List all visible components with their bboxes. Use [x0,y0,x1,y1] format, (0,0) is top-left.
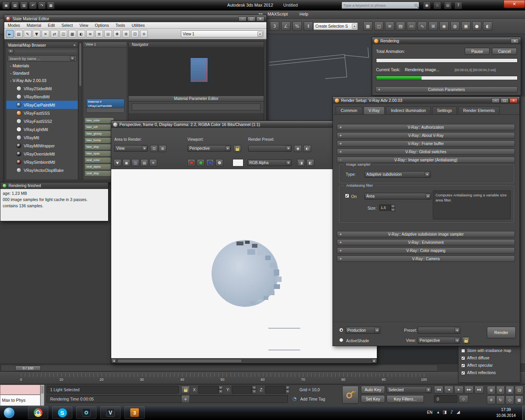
checkbox-row[interactable]: ✓Affect specular [458,362,520,369]
red-channel-button[interactable] [187,159,195,166]
close-application-button[interactable]: ✕ [504,0,525,8]
go-to-end-button[interactable]: ▶▮ [474,386,484,394]
selection-lock-icon[interactable] [181,386,190,394]
layer-manager-icon[interactable]: ▤ [396,21,405,31]
redo-icon[interactable]: ↷ [38,2,46,9]
application-titlebar[interactable]: ▣▤▥↶↷▦ Autodesk 3ds Max 2012Untitled ◉☆◎… [0,0,525,10]
edit-named-selection-sets-icon[interactable]: ▦ [363,21,373,31]
start-button[interactable] [4,407,15,418]
scroll-left-icon[interactable]: ◀ [111,359,116,363]
named-selection-set-field[interactable]: Create Selection S▾ [313,23,358,30]
view-tab[interactable]: View 1 [83,42,127,47]
search-icon[interactable] [415,4,417,7]
browser-close-icon[interactable]: ✕ [73,44,76,47]
rendering-titlebar[interactable]: Rendering ✕ [372,37,521,44]
material-parameter-editor-header[interactable]: Material Parameter Editor [129,96,264,102]
absolute-mode-icon[interactable]: ✛ [181,395,190,403]
menu-item-maxscript[interactable]: MAXScript [268,12,288,16]
material-item[interactable]: VRayOverrideMtl [6,150,78,158]
view-dropdown[interactable]: Perspective▾ [418,337,460,344]
green-channel-button[interactable] [197,159,205,166]
render-production-icon[interactable]: ● [472,21,481,31]
pan-icon[interactable]: ✛ [487,396,495,404]
map-node[interactable]: fake_opac [84,150,114,157]
material-item[interactable]: VRayVectorDisplBake [6,166,78,174]
put-to-library-icon[interactable]: ▼ [33,30,40,38]
new-scene-icon[interactable]: ▣ [2,2,10,9]
time-slider-track[interactable]: 0 / 100 [1,365,438,371]
print-image-icon[interactable]: ▤ [140,159,148,166]
infocenter-search[interactable] [341,2,419,9]
taskbar-max-button[interactable]: 3 [124,406,145,419]
horizontal-scrollbar[interactable]: ◀ ▶ [111,358,377,363]
zoom-extents-icon[interactable]: ▣ [506,386,514,395]
checkbox-row[interactable]: Store with irradiance map [458,347,520,354]
key-selection-dropdown[interactable]: Selected▾ [387,386,432,393]
maxscript-mini-listener[interactable] [0,385,40,395]
production-target-dropdown[interactable]: Production▾ [345,327,380,334]
pick-material-icon[interactable]: ✎ [24,30,32,38]
taskbar-media-button[interactable] [76,406,96,419]
material-item[interactable]: VRayFastSSS2 [6,117,78,125]
search-input[interactable] [343,3,413,7]
area-to-render-dropdown[interactable]: View▾ [114,145,148,152]
save-image-icon[interactable]: ▼ [114,159,121,166]
language-indicator[interactable]: EN [427,410,432,415]
taskbar-clock[interactable]: 17:39 10.06.2014 [491,407,521,418]
map-node[interactable]: fake_bump [84,137,114,144]
maximize-viewport-icon[interactable]: ▦ [515,396,523,404]
rollout-header[interactable]: +V-Ray:: Color mapping [337,247,515,254]
material-item[interactable]: VRayLightMtl [6,125,78,133]
tray-volume-icon[interactable]: ♪ [450,410,453,415]
preset-dropdown[interactable]: ▾ [418,327,460,334]
maxscript-listener-line[interactable]: Max to Phys [0,395,40,406]
slate-menu-tools[interactable]: Tools [116,23,125,28]
save-file-icon[interactable]: ▥ [20,2,28,9]
set-key-button[interactable]: Set Key [361,395,385,403]
rollout-header[interactable]: +V-Ray:: Adaptive subdivision image samp… [337,231,515,237]
checkbox[interactable]: ✓ [461,371,465,375]
slate-menu-options[interactable]: Options [95,23,109,28]
environment-shortcut-icon[interactable]: ◐ [303,145,311,152]
material-editor-icon[interactable]: ◉ [439,21,449,31]
show-param-editor-icon[interactable]: ▦ [68,30,76,38]
set-key-toggle-button[interactable] [342,386,359,404]
slate-menu-edit[interactable]: Edit [48,23,55,28]
rollout-header[interactable]: +V-Ray:: Frame buffer [337,140,515,147]
layout-children-icon[interactable]: ≣ [95,30,103,38]
navigator-header[interactable]: Navigator [129,42,264,48]
mirror-icon[interactable]: ◫ [374,21,383,31]
move-children-icon[interactable]: ⇄ [51,30,58,38]
material-item[interactable]: VRaySimbiontMtl [6,158,78,166]
dual-view-icon[interactable]: ◨ [297,159,305,166]
open-file-icon[interactable]: ▤ [11,2,19,9]
render-setup-shortcut-icon[interactable]: ◉ [294,145,302,152]
close-button[interactable]: ✕ [511,38,519,44]
checkbox-row[interactable]: ✓Affect diffuse [458,354,520,362]
angle-snap-icon[interactable]: ∠ [281,21,290,31]
map-node[interactable]: fake_disp [84,144,114,150]
zoom-tool-icon[interactable]: ⊕ [122,30,130,38]
render-iterative-icon[interactable]: ◐ [483,21,492,31]
spinner-snap-icon[interactable]: ↕ [304,21,313,31]
select-by-name-icon[interactable]: ▤ [15,30,23,38]
percent-snap-icon[interactable]: % [292,21,302,31]
browser-header[interactable]: Material/Map Browser✕ [6,42,78,48]
menu-item-help[interactable]: Help [299,12,308,16]
map-node[interactable]: fake_refl [84,124,114,130]
map-node[interactable]: fake_color [84,117,114,124]
rollout-header[interactable]: +V-Ray:: About V-Ray [337,132,515,138]
add-time-tag[interactable]: Add Time Tag [300,397,325,401]
project-folder-icon[interactable]: ▦ [47,2,54,9]
close-button[interactable]: ✕ [256,16,264,21]
zoom-icon[interactable]: ⊕ [487,386,495,395]
monochrome-button[interactable] [215,159,223,166]
common-parameters-rollout[interactable]: +Common Parameters [375,86,518,93]
key-filters-button[interactable]: Key Filters... [387,395,424,403]
cancel-button[interactable]: Cancel [492,48,517,55]
map-node[interactable]: seat_alpha [84,164,114,170]
filter-on-checkbox[interactable]: ✓ [345,194,349,198]
show-desktop-button[interactable] [522,406,525,420]
previous-frame-button[interactable]: ◀ [444,386,453,394]
select-icon[interactable]: ► [6,30,14,38]
